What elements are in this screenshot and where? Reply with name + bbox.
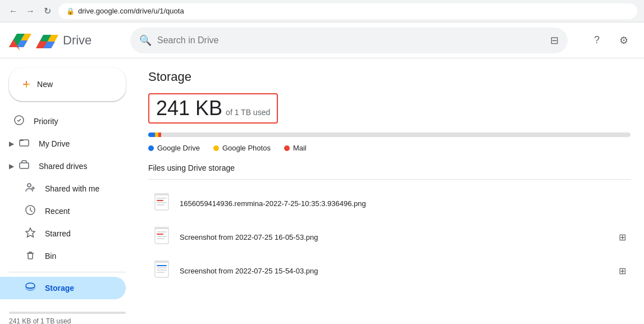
sidebar-item-storage[interactable]: Storage [0,277,126,299]
url-text: drive.google.com/drive/u/1/quota [78,7,184,15]
sidebar-bottom: 241 KB of 1 TB used [0,304,135,324]
main-content: Storage 241 KB of 1 TB used Google Drive… [135,58,644,324]
svg-rect-7 [20,163,29,168]
legend-gdrive: Google Drive [148,144,200,152]
sidebar-item-bin[interactable]: Bin [0,245,126,267]
lock-icon: 🔒 [66,7,75,15]
sidebar-item-my-drive[interactable]: ▶ My Drive [0,133,126,155]
search-input[interactable] [157,35,545,45]
sidebar-storage-bar [9,312,126,314]
sidebar-item-starred-label: Starred [45,229,71,238]
starred-icon [25,227,36,241]
new-button[interactable]: + New [9,67,126,101]
mail-legend-label: Mail [293,144,307,152]
svg-rect-27 [157,267,167,268]
sidebar-storage-text: 241 KB of 1 TB used [9,317,126,324]
new-button-label: New [37,80,53,89]
sidebar: + New Priority ▶ My Drive ▶ [0,58,135,324]
sidebar-item-shared-with-me[interactable]: Shared with me [0,177,126,200]
svg-rect-14 [157,198,167,199]
search-filter-icon[interactable]: ⊟ [550,34,559,47]
priority-icon [13,115,25,129]
sidebar-item-bin-label: Bin [45,252,56,261]
storage-usage-box: 241 KB of 1 TB used [148,93,278,124]
svg-rect-19 [155,227,168,229]
svg-rect-23 [157,238,165,239]
svg-rect-18 [155,227,168,244]
drive-logo-icon [9,30,31,51]
forward-button[interactable]: → [24,4,37,18]
file-thumb-0 [153,192,173,215]
svg-rect-21 [157,234,163,235]
file-info-icon-2[interactable]: ⊞ [619,266,626,276]
file-item-2[interactable]: Screenshot from 2022-07-25 15-54-03.png … [148,254,631,288]
app-title: Drive [63,33,92,48]
help-button[interactable]: ? [586,29,608,52]
svg-rect-28 [157,270,167,271]
photos-legend-dot [213,145,219,151]
logo-area: Drive [9,30,121,51]
search-bar[interactable]: 🔍 ⊟ [130,28,568,53]
new-plus-icon: + [22,76,30,92]
top-right-actions: ? ⚙ [586,29,635,52]
divider [148,179,631,180]
my-drive-expand[interactable]: ▶ [9,140,14,148]
photos-legend-label: Google Photos [222,144,271,152]
sidebar-item-shared-drives-label: Shared drives [39,162,87,171]
svg-rect-22 [157,236,167,237]
storage-legend: Google Drive Google Photos Mail [148,144,631,152]
svg-marker-10 [26,228,35,237]
sidebar-item-my-drive-label: My Drive [39,139,70,148]
svg-rect-16 [157,202,167,203]
browser-chrome: ← → ↻ 🔒 drive.google.com/drive/u/1/quota [0,0,644,22]
file-item-0[interactable]: 1656059414936.remmina-2022-7-25-10:35:3.… [148,186,631,220]
svg-rect-25 [155,261,168,263]
file-list: 1656059414936.remmina-2022-7-25-10:35:3.… [148,186,631,288]
shared-with-me-icon [25,182,36,196]
shared-drives-expand[interactable]: ▶ [9,162,14,170]
storage-progress-bar [148,133,631,137]
bin-icon [25,249,36,263]
address-bar[interactable]: 🔒 drive.google.com/drive/u/1/quota [58,3,637,19]
sidebar-item-starred[interactable]: Starred [0,222,126,245]
sidebar-item-recent[interactable]: Recent [0,200,126,222]
svg-rect-24 [155,261,168,277]
shared-drives-icon [19,159,30,174]
recent-icon [25,204,36,218]
app-layout: Drive 🔍 ⊟ ? ⚙ + New Priority [0,22,644,324]
reload-button[interactable]: ↻ [40,4,54,18]
svg-rect-29 [157,272,165,273]
files-section-title: Files using Drive storage [148,163,631,172]
svg-rect-12 [155,193,168,210]
sidebar-item-storage-label: Storage [45,284,74,293]
mail-progress-segment [158,133,161,137]
gdrive-legend-dot [148,145,154,151]
svg-point-8 [28,184,31,187]
svg-rect-15 [157,200,163,201]
sidebar-item-shared-drives[interactable]: ▶ Shared drives [0,155,126,177]
back-button[interactable]: ← [7,4,20,18]
body-area: + New Priority ▶ My Drive ▶ [0,58,644,324]
svg-rect-11 [28,253,33,259]
file-name-0: 1656059414936.remmina-2022-7-25-10:35:3.… [180,199,626,208]
sidebar-item-recent-label: Recent [45,207,70,216]
browser-nav: ← → ↻ [7,4,54,18]
legend-mail: Mail [284,144,307,152]
file-info-icon-1[interactable]: ⊞ [619,232,626,243]
svg-rect-17 [157,204,165,206]
sidebar-item-priority[interactable]: Priority [0,110,126,133]
file-name-2: Screenshot from 2022-07-25 15-54-03.png [180,267,612,275]
page-title: Storage [148,70,631,84]
file-item-1[interactable]: Screenshot from 2022-07-25 16-05-53.png … [148,220,631,254]
mail-legend-dot [284,145,290,151]
drive-logo-triangle [36,30,58,51]
sidebar-item-shared-with-me-label: Shared with me [45,184,99,193]
file-name-1: Screenshot from 2022-07-25 16-05-53.png [180,233,612,241]
file-thumb-1 [153,226,173,248]
svg-rect-20 [157,231,167,232]
storage-amount: 241 KB [156,97,222,120]
svg-rect-26 [157,265,167,266]
settings-button[interactable]: ⚙ [613,29,635,52]
top-bar: Drive 🔍 ⊟ ? ⚙ [0,22,644,58]
file-thumb-2 [153,259,173,282]
